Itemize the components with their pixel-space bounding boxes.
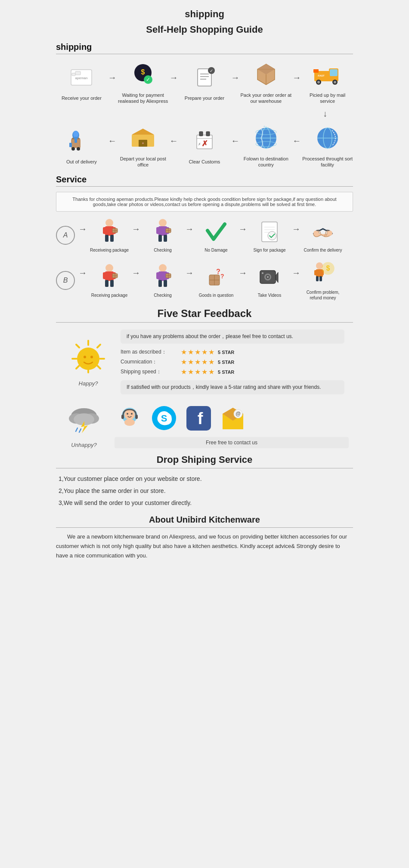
star-c3: ★: [195, 358, 201, 366]
svg-text:?: ?: [216, 268, 220, 275]
svg-point-33: [73, 131, 78, 138]
svg-point-38: [142, 142, 144, 144]
svc-recv-b-label: Receiving package: [91, 292, 128, 298]
svg-rect-31: [69, 143, 72, 147]
recv-pkg2-icon: [96, 263, 122, 291]
svg-point-124: [84, 356, 86, 358]
svg-text:apeman: apeman: [75, 76, 88, 80]
postoffice-icon: [128, 123, 158, 153]
star-s4: ★: [201, 368, 208, 376]
svc-checking-a-label: Checking: [154, 247, 172, 253]
svg-point-137: [124, 419, 135, 426]
badge-b-label: B: [63, 277, 68, 284]
video-icon: [257, 263, 282, 291]
svg-text:S: S: [161, 413, 167, 424]
svg-point-76: [313, 231, 319, 236]
svg-line-122: [97, 345, 100, 348]
main-title: shipping: [56, 9, 353, 20]
refund-icon: $: [310, 260, 336, 288]
headset-icon: [115, 403, 145, 434]
svg-point-105: [267, 276, 269, 278]
svg-rect-34: [74, 137, 77, 143]
svc-confirm-a: Confirm the delivery: [301, 218, 344, 253]
svg-rect-2: [75, 71, 81, 75]
svg-marker-36: [132, 129, 154, 135]
rating-comm-value: 5 STAR: [218, 360, 234, 365]
svg-rect-64: [156, 227, 160, 234]
payment-icon: $ ✓: [128, 59, 158, 89]
outdelivery-label: Out of delivery: [66, 159, 97, 165]
arrow-r3: ←: [231, 136, 239, 154]
unhappy-left: Unhappy?: [60, 403, 108, 448]
drop-list: 1,Your customer place order on your webs…: [56, 473, 353, 509]
svc-question: ? ? Goods in question: [195, 263, 238, 298]
confirm-icon: [310, 218, 336, 246]
svg-point-106: [262, 272, 263, 274]
svc-refund: $ Confirm problem, refund money: [301, 260, 344, 301]
svg-point-138: [127, 413, 128, 415]
svg-rect-58: [110, 235, 114, 242]
svg-rect-20: [330, 69, 338, 76]
drop-item-2: 2,You place the same order in our store.: [59, 485, 353, 497]
postoffice-label: Depart your local post office: [118, 156, 169, 168]
flow-item-payment: $ ✓ Waiting for payment realeased by Ali…: [118, 59, 169, 105]
svc-arrow-b1: →: [132, 268, 140, 293]
star-s5: ★: [208, 368, 214, 376]
svc-checking-b-label: Checking: [154, 292, 172, 298]
email-icon: @: [218, 403, 248, 434]
svc-arrow-a1: →: [132, 224, 140, 247]
svc-nodamage-label: No Damage: [204, 247, 227, 253]
rating-described: Item as described： ★ ★ ★ ★ ★ 5 STAR: [121, 348, 344, 356]
flow-item-customs: ✗ ✗ Clear Customs: [179, 126, 230, 165]
service-section-header: Service: [56, 175, 353, 187]
drop-item-3: 3,We will send the order to your custome…: [59, 497, 353, 509]
svc-sign-label: Sign for package: [253, 247, 285, 253]
feedback-right: if you have any problems about the order…: [121, 329, 344, 394]
checking-icon: [150, 218, 176, 246]
arrow-3: →: [231, 73, 239, 91]
pickup-icon: FAST: [313, 59, 343, 89]
svg-point-87: [159, 264, 167, 272]
sun-icon: [69, 337, 108, 376]
svg-point-22: [317, 81, 320, 83]
destination-icon: [251, 123, 281, 153]
svc-checking-b: Checking: [141, 263, 184, 298]
flow-item-postoffice: Depart your local post office: [118, 123, 169, 168]
svc-sign: Sign for package: [248, 218, 291, 253]
recv-pkg-icon: [96, 218, 122, 246]
svg-text:$: $: [141, 68, 145, 76]
svc-video: Take Videos: [248, 263, 291, 298]
service-flow-a: A → Receiveing package →: [56, 218, 353, 253]
feedback-bubble-1: if you have any problems about the order…: [121, 329, 344, 344]
pack-icon: [251, 59, 281, 89]
flow-item-pickup: FAST Picied up by mail service: [302, 59, 353, 105]
about-title: About Unibird Kitchenware: [56, 515, 353, 525]
svg-point-134: [124, 409, 135, 420]
about-divider: [56, 527, 353, 528]
svg-rect-111: [316, 276, 319, 281]
svg-rect-55: [103, 227, 106, 234]
svg-point-125: [90, 356, 93, 358]
svg-rect-92: [164, 280, 167, 287]
svg-rect-82: [105, 280, 108, 287]
question-icon: ? ?: [203, 263, 229, 291]
star-c5: ★: [208, 358, 214, 366]
receive-icon: apeman: [66, 62, 96, 92]
rating-communication: Coumnication： ★ ★ ★ ★ ★ 5 STAR: [121, 358, 344, 366]
rating-described-value: 5 STAR: [218, 350, 234, 355]
flow-item-sort: Processed throught sort facility: [302, 123, 353, 168]
shipping-label: shipping: [56, 42, 92, 52]
page-main-title: Self-Help Shopping Guide: [56, 24, 353, 35]
drop-divider: [56, 468, 353, 468]
star-c2: ★: [188, 358, 194, 366]
shipping-row-2: Out of delivery ← Depart your local post…: [56, 123, 353, 168]
svg-point-30: [77, 147, 80, 151]
rating-ship-label: Shipping speed：: [121, 368, 181, 376]
flow-item-receive: apeman Receive your order: [56, 62, 107, 101]
prepare-icon: ✓: [189, 62, 220, 92]
svc-arrow-b2: →: [185, 268, 194, 293]
service-label: Service: [56, 175, 87, 184]
svg-point-78: [105, 264, 113, 272]
svc-arrow-b0: →: [78, 268, 87, 293]
svg-rect-83: [110, 280, 114, 287]
